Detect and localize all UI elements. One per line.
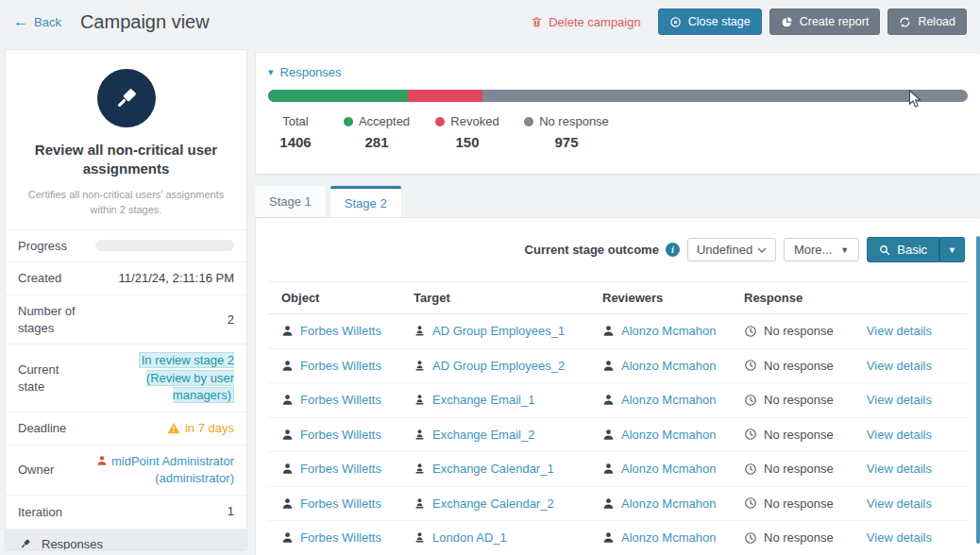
object-link[interactable]: Forbes Willetts [300,496,381,511]
search-mode-split-button: Basic ▼ [867,237,965,262]
create-report-label: Create report [800,14,870,29]
reviewer-link[interactable]: Alonzo Mcmahon [621,530,716,545]
table-body: Forbes Willetts AD Group Employees_1 Alo… [268,314,968,555]
user-icon [602,325,615,337]
clock-icon [744,359,757,372]
pie-chart-icon [781,16,793,28]
campaign-icon-wrap [6,69,246,127]
no-response-label: No response [539,114,609,128]
outcome-select[interactable]: Undefined [687,238,776,261]
reviewer-link[interactable]: Alonzo Mcmahon [621,393,716,407]
target-link[interactable]: Exchange Email_1 [432,393,534,407]
outcome-select-value: Undefined [697,243,752,257]
detail-row-progress: Progress [6,229,246,262]
bar-segment-revoked [408,90,482,102]
reviewer-link[interactable]: Alonzo Mcmahon [621,428,716,442]
no-response-dot-icon [524,117,533,126]
view-details-link[interactable]: View details [867,324,932,338]
response-value: No response [764,324,834,338]
search-mode-dropdown-button[interactable]: ▼ [939,237,965,262]
column-header-object: Object [268,282,400,313]
sidebar-item-responses[interactable]: Responses [6,529,246,550]
table-row: Forbes Willetts Exchange Calendar_1 Alon… [268,452,968,487]
object-link[interactable]: Forbes Willetts [300,428,381,442]
revoked-dot-icon [435,117,445,126]
response-value: No response [764,428,834,442]
clock-icon [744,531,757,545]
reviewer-link[interactable]: Alonzo Mcmahon [621,462,716,476]
more-label: More... [794,243,832,257]
close-stage-label: Close stage [688,14,751,29]
sidebar-nav: Responses Statistics [6,529,246,550]
role-icon [414,462,426,475]
responses-stacked-bar [268,90,968,102]
iteration-label: Iteration [18,504,88,521]
filter-row: Current stage outcome i Undefined More..… [256,218,980,272]
vertical-scrollbar-thumb[interactable] [976,236,980,544]
header-actions: Delete campaign Close stage Create repor… [531,8,967,35]
basic-search-button[interactable]: Basic [867,237,939,262]
campaign-details: Progress Created 11/21/24, 2:11:16 PM Nu… [6,229,246,529]
object-link[interactable]: Forbes Willetts [300,530,381,545]
target-link[interactable]: Exchange Calendar_1 [432,462,554,476]
campaign-sidebar: Review all non-critical user assignments… [5,49,247,550]
reload-button[interactable]: Reload [887,8,967,35]
close-stage-button[interactable]: Close stage [658,8,762,35]
create-report-button[interactable]: Create report [769,8,881,35]
tab-stage-1[interactable]: Stage 1 [255,186,326,217]
back-button[interactable]: ← Back [13,14,61,29]
clock-icon [744,496,757,510]
target-link[interactable]: London AD_1 [432,530,507,545]
delete-campaign-label: Delete campaign [549,15,641,29]
table-row: Forbes Willetts London AD_1 Alonzo Mcmah… [268,521,968,555]
owner-link[interactable]: midPoint Administrator (administrator) [95,453,234,487]
target-link[interactable]: Exchange Email_2 [432,428,534,442]
view-details-link[interactable]: View details [867,530,932,545]
view-details-link[interactable]: View details [867,359,932,373]
iteration-value: 1 [95,503,234,520]
reviewer-link[interactable]: Alonzo Mcmahon [621,324,716,338]
page-title: Campaign view [80,11,210,33]
current-state-link[interactable]: In review stage 2 (Review by user manage… [139,352,234,402]
info-icon[interactable]: i [666,243,680,257]
object-link[interactable]: Forbes Willetts [300,359,381,373]
delete-campaign-button[interactable]: Delete campaign [531,15,641,29]
table-row: Forbes Willetts AD Group Employees_1 Alo… [268,314,968,349]
responses-section-label: Responses [280,65,342,79]
view-details-link[interactable]: View details [867,496,932,511]
more-filters-button[interactable]: More... ▼ [784,238,859,261]
table-row: Forbes Willetts Exchange Email_1 Alonzo … [268,383,968,418]
object-link[interactable]: Forbes Willetts [300,324,381,338]
object-link[interactable]: Forbes Willetts [300,393,381,407]
stages-value: 2 [95,311,234,328]
target-link[interactable]: AD Group Employees_1 [432,324,565,338]
target-link[interactable]: AD Group Employees_2 [432,359,565,373]
progress-bar [95,240,234,251]
stage-tabs: Stage 1 Stage 2 [255,186,401,217]
clock-icon [744,428,757,441]
table-row: Forbes Willetts Exchange Calendar_2 Alon… [268,487,968,522]
user-icon [602,429,615,441]
column-header-reviewers: Reviewers [589,282,731,313]
target-link[interactable]: Exchange Calendar_2 [432,496,554,511]
caret-down-icon: ▾ [268,67,274,77]
clock-icon [744,394,757,407]
response-value: No response [764,359,834,373]
reviewer-link[interactable]: Alonzo Mcmahon [621,359,716,373]
role-icon [414,429,426,441]
responses-legend: Total 1406 Accepted 281 Revoked 150 No r… [268,114,968,150]
back-label: Back [34,15,61,29]
responses-collapse-toggle[interactable]: ▾ Responses [256,53,980,90]
total-value: 1406 [279,134,311,150]
view-details-link[interactable]: View details [867,393,932,407]
reviewer-link[interactable]: Alonzo Mcmahon [621,496,716,511]
total-label: Total [282,114,308,128]
caret-down-icon: ▼ [840,245,849,255]
user-icon [602,394,615,406]
table-header-row: Object Target Reviewers Response [268,281,968,314]
object-link[interactable]: Forbes Willetts [300,462,381,476]
detail-row-current-state: Current state In review stage 2 (Review … [6,344,246,412]
tab-stage-2[interactable]: Stage 2 [330,186,401,217]
view-details-link[interactable]: View details [867,462,932,476]
view-details-link[interactable]: View details [867,428,932,442]
